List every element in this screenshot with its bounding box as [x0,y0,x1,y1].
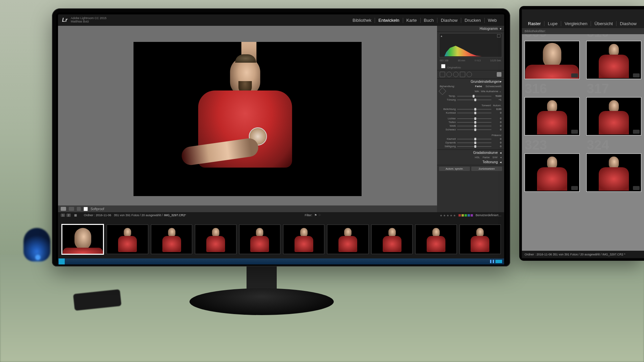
slider-track[interactable] [457,113,491,113]
histogram-display[interactable]: ▴ [439,33,502,57]
filter-preset[interactable]: Benutzerdefiniert… [476,214,501,217]
slider-schwarz[interactable]: Schwarz0 [437,128,504,131]
filmstrip-thumb[interactable] [61,224,104,255]
compare-view-icon[interactable] [77,207,81,211]
slider-track[interactable] [457,100,491,100]
slider-track[interactable] [457,142,491,143]
treatment-bw[interactable]: Schwarzweiß [485,85,501,88]
loupe-view-icon[interactable] [61,207,66,211]
auto-tone-button[interactable]: Autom. [493,104,501,107]
slider-track[interactable] [457,126,491,126]
grid-view[interactable]: 309310316317323324 [522,34,644,251]
histo-focal: 85 mm [458,59,465,62]
slider-temp.[interactable]: Temp.5100 [437,94,504,98]
monitor2-badge[interactable]: 2 [66,214,71,217]
slider-track[interactable] [457,96,491,97]
slider-kontrast[interactable]: Kontrast0 [437,111,504,115]
treatment-color[interactable]: Farbe [475,85,482,88]
radial-tool-icon[interactable] [467,72,472,77]
histo-shutter: 1/125 Sek. [490,59,501,62]
main-photo [133,42,362,196]
split-header[interactable]: Teiltonung◂ [437,159,504,165]
star-rating-filter[interactable]: ★★★★★ [440,214,456,217]
module-bibliothek[interactable]: Bibliothek [349,18,375,23]
image-canvas[interactable]: Softproof [58,26,437,212]
filmstrip-thumb[interactable] [195,225,236,254]
basic-header[interactable]: Grundeinstellungen▾ [437,79,504,84]
wb-preset[interactable]: Wie Aufnahme [481,90,498,93]
windows-start-icon[interactable] [59,258,65,264]
monitor-stand [184,265,339,325]
mode-diashow[interactable]: Diashow [616,21,640,26]
crop-tool-icon[interactable] [440,72,445,77]
hsl-farbe[interactable]: Farbe [483,156,490,159]
lightroom-secondary-window: Raster Lupe Vergleichen Übersicht Diasho… [522,9,644,258]
slider-tönung[interactable]: Tönung+1 [437,98,504,102]
filmstrip-thumb[interactable] [151,225,192,254]
slider-klarheit[interactable]: Klarheit0 [437,137,504,141]
grid-thumb[interactable] [586,154,641,192]
tone-label: Tonwert [481,104,491,107]
original-checkbox[interactable] [441,64,445,68]
library-filter-bar[interactable]: Bibliotheksfilter: [522,28,644,34]
softproof-checkbox[interactable] [84,207,88,211]
slider-track[interactable] [457,129,491,130]
wb-picker-icon[interactable] [439,87,446,95]
mode-uebersicht[interactable]: Übersicht [591,21,616,26]
grid-thumb[interactable] [525,154,580,192]
slider-tiefen[interactable]: Tiefen0 [437,120,504,124]
slider-track[interactable] [457,118,491,119]
slider-track[interactable] [457,139,491,139]
flag-picked-icon[interactable]: ⚑ [314,214,317,217]
system-tray[interactable] [442,258,504,264]
clip-shadow-icon[interactable]: ▴ [441,34,442,38]
filmstrip-thumb[interactable] [107,225,148,254]
flag-rejected-icon[interactable]: ⚐ [318,214,321,217]
mode-lupe[interactable]: Lupe [544,21,561,26]
slider-weiß[interactable]: Weiß0 [437,124,504,128]
grid-thumb[interactable] [586,97,641,135]
filmstrip[interactable] [58,218,504,260]
hsl-label[interactable]: HSL [475,156,480,159]
slider-lichter[interactable]: Lichter0 [437,117,504,120]
grid-index-number: 323 [525,137,547,153]
spot-tool-icon[interactable] [446,72,452,77]
filmstrip-thumb[interactable] [371,225,413,254]
mode-raster[interactable]: Raster [525,21,544,26]
grad-tool-icon[interactable] [460,72,465,77]
slider-belichtung[interactable]: Belichtung0,00 [437,107,504,111]
slider-sättigung[interactable]: Sättigung0 [437,144,504,148]
clip-highlight-icon[interactable] [497,34,500,38]
filmstrip-thumb[interactable] [327,225,368,254]
grid-thumb[interactable] [525,41,580,79]
filmstrip-thumb[interactable] [415,225,457,254]
filmstrip-thumb[interactable] [283,225,324,254]
slider-track[interactable] [457,122,491,123]
module-drucken[interactable]: Drucken [461,18,484,23]
mode-vergleichen[interactable]: Vergleichen [561,21,591,26]
module-karte[interactable]: Karte [403,18,421,23]
brush-tool-icon[interactable] [497,72,501,77]
grid-icon[interactable]: ▦ [74,214,77,217]
module-diashow[interactable]: Diashow [437,18,461,23]
auto-sync-button[interactable]: Autom. synchr. [439,167,470,171]
slider-dynamik[interactable]: Dynamik0 [437,141,504,144]
windows-taskbar[interactable] [58,258,504,264]
reset-button[interactable]: Zurücksetzen [471,167,502,171]
monitor1-badge[interactable]: 1 [61,214,65,217]
color-label-filter[interactable] [459,214,473,217]
grid-thumb[interactable] [586,41,641,79]
module-entwickeln[interactable]: Entwickeln [375,18,403,23]
curve-header[interactable]: Gradationskurve◂ [437,149,504,156]
histogram-header[interactable]: Histogramm▾ [437,26,504,32]
before-after-icon[interactable] [69,207,74,211]
filmstrip-thumb[interactable] [239,225,280,254]
redeye-tool-icon[interactable] [453,72,459,77]
module-buch[interactable]: Buch [421,18,438,23]
slider-track[interactable] [457,109,491,110]
module-web[interactable]: Web [485,18,500,23]
grid-thumb[interactable] [525,97,580,135]
slider-track[interactable] [457,146,491,147]
hsl-sw[interactable]: S/W [492,156,497,159]
filmstrip-thumb[interactable] [460,225,501,254]
